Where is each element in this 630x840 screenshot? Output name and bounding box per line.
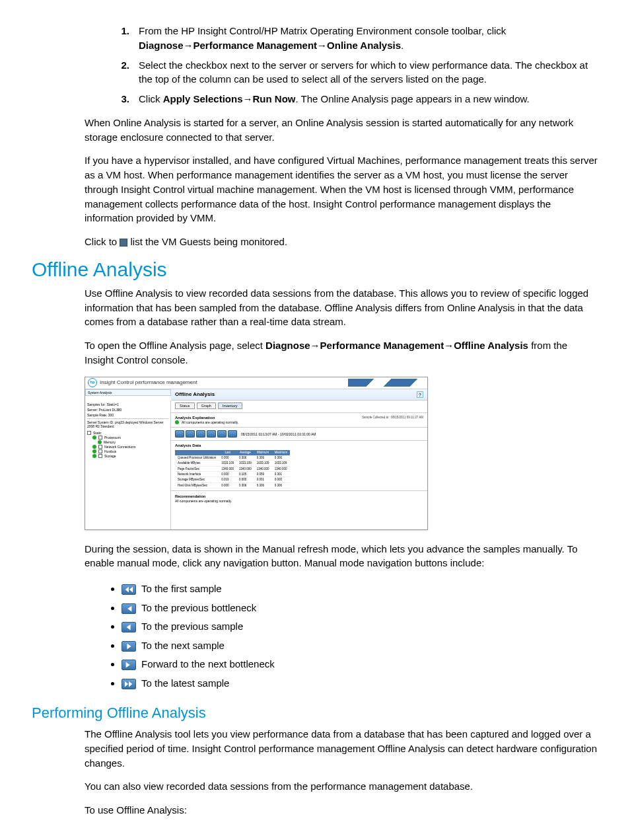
last-sample-icon (122, 679, 136, 689)
first-sample-icon (122, 584, 136, 595)
help-icon[interactable]: ? (417, 391, 423, 398)
breadcrumb: System Analysis (85, 389, 171, 396)
step-body: Select the checkbox next to the server o… (139, 58, 598, 87)
app-title: Insight Control performance management (100, 379, 197, 386)
paragraph: The Offline Analysis tool lets you view … (85, 727, 598, 770)
status-ok-icon (175, 420, 179, 424)
step-body: Click Apply Selections→Run Now. The Onli… (139, 92, 598, 106)
paragraph: To open the Offline Analysis page, selec… (85, 338, 598, 367)
paragraph: To use Offline Analysis: (85, 803, 598, 818)
tab-inventory[interactable]: Inventory (218, 402, 242, 410)
hp-logo-icon: hp (88, 378, 97, 387)
expand-vm-icon (120, 239, 127, 247)
step-body: From the HP Insight Control/HP Matrix Op… (139, 24, 598, 53)
sample-collected-label: Sample Collected at : 08/15/2011 09:11:2… (362, 414, 427, 426)
next-bottleneck-icon (122, 660, 136, 670)
ordered-steps: 1. From the HP Insight Control/HP Matrix… (111, 24, 598, 106)
nav-next-bottleneck-icon[interactable] (217, 430, 227, 438)
heading-performing-offline-analysis: Performing Offline Analysis (32, 705, 598, 722)
sidebar: Samples for: Static=1 Server: ProLiant D… (85, 401, 171, 529)
tab-status[interactable]: Status (175, 402, 195, 410)
recommendation-title: Recommendation (175, 494, 205, 498)
nav-first-icon[interactable] (175, 430, 184, 438)
tab-graph[interactable]: Graph (197, 402, 216, 410)
recommendation-text: All components are operating normally. (175, 499, 232, 503)
analysis-explanation-title: Analysis Explanation (171, 414, 362, 420)
panel-title: Offline Analysis (175, 391, 215, 398)
paragraph: Use Offline Analysis to view recorded da… (85, 286, 598, 329)
nav-prev-icon[interactable] (196, 430, 205, 438)
step-number: 1. (111, 24, 129, 53)
window-decoration (348, 379, 427, 387)
prev-bottleneck-icon (122, 603, 136, 614)
nav-button-list: To the first sample To the previous bott… (122, 580, 598, 693)
step-number: 2. (111, 58, 129, 87)
analysis-data-title: Analysis Data (171, 442, 427, 448)
next-sample-icon (122, 641, 136, 652)
offline-analysis-screenshot: hp Insight Control performance managemen… (85, 377, 428, 530)
prev-sample-icon (122, 622, 136, 632)
tab-bar: Status Graph Inventory (171, 401, 427, 412)
paragraph: You can also view recorded data sessions… (85, 779, 598, 794)
sample-nav-bar: 08/15/2011 02:13:07 AM - 10/02/2011 02:3… (171, 429, 427, 439)
paragraph: If you have a hypervisor installed, and … (85, 153, 598, 225)
heading-offline-analysis: Offline Analysis (32, 258, 598, 281)
tree-view: Static Processors Memory Network Connect… (87, 431, 168, 458)
analysis-data-table: Last Average Minimum Maximum Queued Proc… (175, 450, 290, 488)
nav-last-icon[interactable] (228, 430, 237, 438)
paragraph: When Online Analysis is started for a se… (85, 116, 598, 145)
step-number: 3. (111, 92, 129, 106)
paragraph: Click to list the VM Guests being monito… (85, 235, 598, 249)
timestamp-range: 08/15/2011 02:13:07 AM - 10/02/2011 02:3… (241, 432, 316, 436)
paragraph: During the session, data is shown in the… (85, 542, 598, 571)
nav-prev-bottleneck-icon[interactable] (186, 430, 195, 438)
nav-next-icon[interactable] (207, 430, 216, 438)
